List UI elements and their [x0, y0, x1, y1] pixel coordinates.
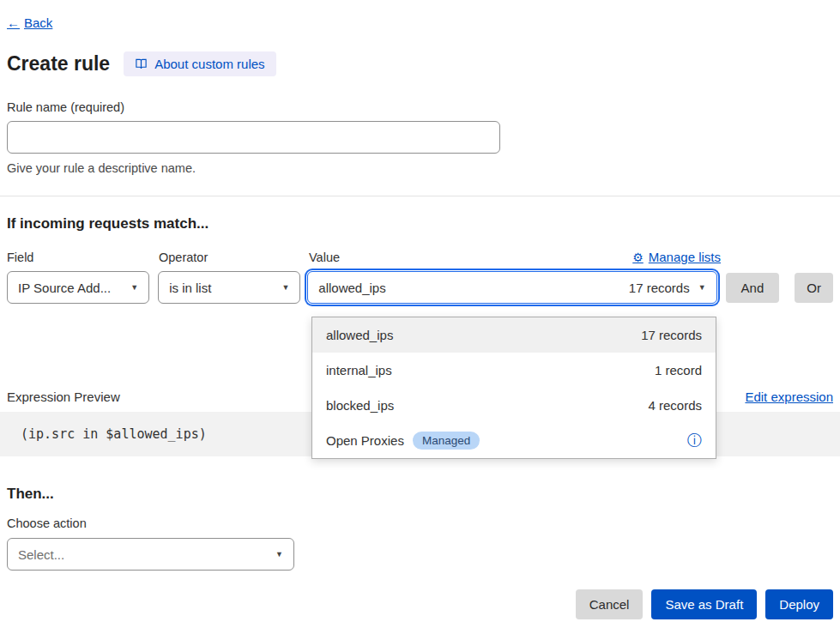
and-button[interactable]: And — [726, 273, 780, 303]
choose-action-label: Choose action — [7, 516, 833, 530]
operator-select[interactable]: is in list ▼ — [158, 271, 300, 304]
title-row: Create rule About custom rules — [7, 51, 833, 76]
back-arrow-icon: ← — [7, 15, 20, 30]
gear-icon: ⚙ — [632, 251, 644, 264]
chevron-down-icon: ▼ — [130, 283, 138, 292]
list-item-name: allowed_ips — [326, 328, 393, 342]
list-item-records: 17 records — [641, 328, 702, 342]
list-dropdown: allowed_ips 17 records internal_ips 1 re… — [311, 317, 716, 459]
rule-name-input[interactable] — [7, 121, 500, 154]
or-button[interactable]: Or — [795, 273, 833, 303]
rule-name-helper: Give your rule a descriptive name. — [7, 161, 833, 175]
list-item-internal-ips[interactable]: internal_ips 1 record — [312, 353, 716, 388]
match-selects-row: IP Source Add... ▼ is in list ▼ allowed_… — [7, 271, 833, 304]
field-label: Field — [7, 251, 150, 264]
match-heading: If incoming requests match... — [7, 215, 833, 232]
value-select-records: 17 records — [629, 281, 690, 295]
value-select-value: allowed_ips — [318, 281, 385, 295]
list-item-name: Open Proxies — [326, 433, 404, 448]
book-icon — [135, 57, 148, 70]
back-label: Back — [24, 15, 52, 30]
action-select[interactable]: Select... ▼ — [7, 538, 294, 571]
chevron-down-icon: ▼ — [281, 283, 289, 292]
match-labels-row: Field Operator Value ⚙ Manage lists — [7, 250, 833, 264]
expression-preview-label: Expression Preview — [7, 389, 120, 404]
section-divider — [0, 196, 840, 196]
edit-expression-link[interactable]: Edit expression — [745, 389, 833, 404]
page-title: Create rule — [7, 52, 110, 75]
create-rule-page: ← Back Create rule About custom rules Ru… — [0, 0, 840, 634]
footer-actions: Cancel Save as Draft Deploy — [7, 589, 833, 619]
list-item-records: 4 records — [648, 398, 702, 413]
list-item-open-proxies[interactable]: Open Proxies Managed ⓘ — [312, 423, 716, 458]
match-controls: Field Operator Value ⚙ Manage lists IP S… — [7, 250, 833, 304]
list-item-name: internal_ips — [326, 363, 392, 377]
manage-lists-label: Manage lists — [649, 250, 721, 264]
field-select-value: IP Source Add... — [18, 281, 111, 295]
save-as-draft-button[interactable]: Save as Draft — [651, 589, 757, 619]
value-label: Value — [309, 251, 340, 264]
manage-lists-link[interactable]: ⚙ Manage lists — [632, 250, 721, 264]
deploy-button[interactable]: Deploy — [765, 589, 833, 619]
value-select[interactable]: allowed_ips 17 records ▼ — [307, 271, 716, 304]
operator-select-value: is in list — [169, 281, 211, 295]
then-heading: Then... — [7, 486, 833, 503]
field-select[interactable]: IP Source Add... ▼ — [7, 271, 149, 304]
info-icon[interactable]: ⓘ — [687, 433, 702, 448]
list-item-records: 1 record — [655, 363, 702, 377]
list-item-name: blocked_ips — [326, 398, 394, 413]
chevron-down-icon: ▼ — [698, 283, 706, 292]
managed-badge: Managed — [413, 432, 480, 450]
about-custom-rules-label: About custom rules — [154, 57, 264, 71]
operator-label: Operator — [159, 251, 302, 264]
action-select-placeholder: Select... — [18, 547, 64, 562]
list-item-allowed-ips[interactable]: allowed_ips 17 records — [312, 317, 716, 353]
about-custom-rules-link[interactable]: About custom rules — [124, 51, 275, 76]
list-item-blocked-ips[interactable]: blocked_ips 4 records — [312, 388, 716, 423]
chevron-down-icon: ▼ — [275, 550, 283, 559]
cancel-button[interactable]: Cancel — [576, 589, 644, 619]
rule-name-label: Rule name (required) — [7, 100, 833, 114]
back-link[interactable]: ← Back — [7, 15, 52, 30]
